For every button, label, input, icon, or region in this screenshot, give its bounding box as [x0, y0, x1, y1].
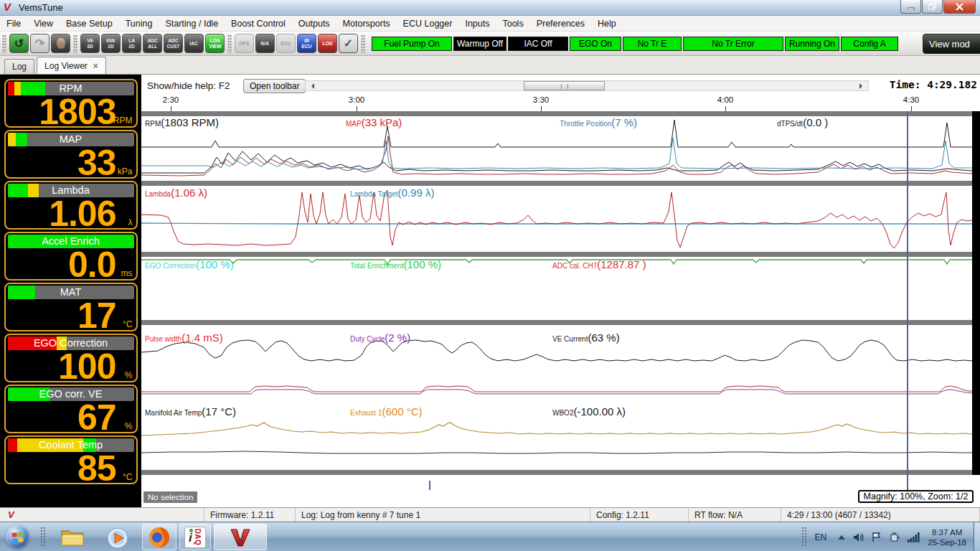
no-selection-badge: No selection: [143, 491, 197, 503]
status-indicator-no-tr-error[interactable]: No Tr Error: [683, 37, 783, 51]
open-toolbar-button[interactable]: Open toolbar: [243, 79, 306, 93]
gauge-value: 85: [77, 448, 116, 484]
taskbar-clock[interactable]: 8:37 AM 25-Sep-18: [928, 527, 966, 547]
na-icon[interactable]: N/A: [255, 34, 275, 53]
remove-hardware-icon[interactable]: [889, 532, 900, 542]
volume-icon[interactable]: [853, 532, 864, 542]
menu-item-preferences[interactable]: Preferences: [530, 16, 591, 32]
window-title: VemsTune: [19, 2, 63, 13]
tab-close-icon[interactable]: ×: [93, 61, 98, 71]
start-button[interactable]: [6, 525, 29, 549]
statusbar-text: Config: 1.2.11: [596, 510, 649, 520]
menu-item-file[interactable]: File: [0, 16, 27, 32]
adc-all-icon[interactable]: ADCALL: [143, 34, 162, 53]
chart-horizontal-scrollbar[interactable]: [305, 80, 869, 91]
statusbar-section-0: V: [0, 508, 204, 522]
ecu-icon[interactable]: ECU: [276, 34, 296, 53]
gauge-value: 100: [58, 347, 116, 382]
vemstune-taskbar-button[interactable]: [214, 524, 267, 550]
minimize-button[interactable]: [900, 0, 921, 14]
menu-item-boost-control[interactable]: Boost Control: [225, 16, 292, 32]
statusbar-section-3: Config: 1.2.11: [590, 508, 689, 522]
show-desktop-button[interactable]: [974, 522, 980, 551]
menu-item-ecu-logger[interactable]: ECU Logger: [397, 16, 459, 32]
status-indicator-ego-on[interactable]: EGO On: [570, 37, 621, 51]
statusbar-section-1: Firmware: 1.2.11: [204, 508, 296, 522]
vemstune-window: V VemsTune FileViewBase SetupTuningStart…: [0, 0, 980, 551]
status-indicator-config-a[interactable]: Config A: [841, 37, 898, 51]
gauge-ego-correction[interactable]: EGO Correction100%: [4, 334, 138, 382]
gauge-map[interactable]: MAP33kPa: [4, 130, 138, 179]
gauge-coolant-temp[interactable]: Coolant Temp85°C: [4, 435, 138, 484]
menu-item-view[interactable]: View: [27, 16, 60, 32]
content-area: RPM1803RPMMAP33kPaLambda1.06λAccel Enric…: [0, 75, 980, 507]
gps-icon[interactable]: GPS: [235, 34, 254, 53]
media-player-icon[interactable]: [106, 527, 129, 550]
firefox-taskbar-button[interactable]: [142, 524, 176, 550]
gauge-accel-enrich[interactable]: Accel Enrich0.0ms: [4, 232, 138, 281]
log-icon[interactable]: LOG: [318, 34, 337, 53]
in-ecu-icon[interactable]: INECU: [297, 34, 316, 53]
status-indicator-warmup-off[interactable]: Warmup Off: [453, 37, 507, 51]
scroll-left-icon[interactable]: [308, 83, 314, 89]
log-view-icon[interactable]: LOGVIEW: [205, 34, 225, 53]
gauge-unit: RPM: [113, 116, 133, 126]
statusbar-vems-icon: V: [6, 509, 14, 520]
menu-item-tuning[interactable]: Tuning: [119, 16, 159, 32]
status-indicator-fuel-pump-on[interactable]: Fuel Pump On: [372, 37, 452, 51]
sync-arrow-icon[interactable]: ↺: [9, 34, 29, 53]
scroll-right-icon[interactable]: [859, 83, 865, 89]
statusbar-section-2: Log: Log from kenny # 7 tune 1: [296, 508, 590, 522]
gauge-rpm[interactable]: RPM1803RPM: [4, 79, 138, 128]
statusbar-section-4: RT flow: N/A: [689, 508, 781, 522]
la-2d-icon[interactable]: LA2D: [122, 34, 141, 53]
tab-label: Log Viewer: [44, 61, 88, 71]
tab-log[interactable]: Log: [4, 59, 34, 74]
menu-item-help[interactable]: Help: [591, 16, 623, 32]
gauge-unit: °C: [123, 472, 132, 482]
taskbar-grip: [40, 527, 47, 547]
language-indicator[interactable]: EN: [815, 532, 827, 542]
menu-item-inputs[interactable]: Inputs: [458, 16, 496, 32]
action-center-flag-icon[interactable]: [872, 532, 882, 542]
statusbar-text: Firmware: 1.2.11: [210, 510, 274, 520]
toolbar-grip: [2, 34, 6, 53]
ign-2d-icon[interactable]: IGN2D: [101, 34, 121, 53]
help-hint-label: Show/hide help: F2: [147, 80, 230, 91]
tab-log-viewer[interactable]: Log Viewer×: [37, 57, 106, 74]
status-indicator-no-tr-e[interactable]: No Tr E: [623, 37, 682, 51]
show-hidden-icons-icon[interactable]: [837, 534, 846, 540]
gauge-value: 67: [77, 397, 116, 433]
daq-icon: i DAQ: [184, 527, 206, 548]
burn-flame-icon[interactable]: [51, 34, 70, 53]
menu-item-starting-idle[interactable]: Starting / Idle: [159, 16, 225, 32]
ecu-status-indicators: Fuel Pump OnWarmup OffIAC OffEGO OnNo Tr…: [372, 37, 900, 51]
toolbar-grip: [227, 34, 232, 53]
status-indicator-running-on[interactable]: Running On: [785, 37, 839, 51]
gauge-lambda[interactable]: Lambda1.06λ: [4, 181, 138, 230]
close-button[interactable]: [943, 0, 976, 14]
gauge-panel: RPM1803RPMMAP33kPaLambda1.06λAccel Enric…: [0, 75, 141, 507]
adc-cust-icon[interactable]: ADCCUST: [164, 34, 183, 53]
iac-icon[interactable]: IAC: [184, 34, 204, 53]
menu-item-base-setup[interactable]: Base Setup: [60, 16, 119, 32]
network-signal-icon[interactable]: [908, 532, 920, 542]
gauge-mat[interactable]: MAT17°C: [4, 283, 138, 331]
restore-button[interactable]: [922, 0, 943, 14]
menu-item-tools[interactable]: Tools: [496, 16, 529, 32]
menu-item-motorsports[interactable]: Motorsports: [336, 16, 397, 32]
gauge-ego-corr-ve[interactable]: EGO corr. VE67%: [4, 385, 138, 433]
view-mode-button[interactable]: View mod: [923, 34, 980, 54]
ve-3d-icon[interactable]: VE3D: [80, 34, 100, 53]
revert-arrow-icon[interactable]: ↷: [30, 34, 50, 53]
status-indicator-iac-off[interactable]: IAC Off: [508, 37, 568, 51]
tab-bar: LogLog Viewer×: [0, 56, 980, 75]
title-bar: V VemsTune: [0, 0, 980, 16]
check-icon[interactable]: ✓: [339, 34, 358, 53]
log-chart-canvas[interactable]: [141, 75, 980, 507]
menu-item-outputs[interactable]: Outputs: [292, 16, 336, 32]
scrollbar-thumb[interactable]: [524, 81, 605, 90]
gauge-unit: λ: [128, 217, 133, 227]
daq-taskbar-button[interactable]: i DAQ: [179, 524, 211, 550]
file-explorer-icon[interactable]: [60, 527, 85, 547]
